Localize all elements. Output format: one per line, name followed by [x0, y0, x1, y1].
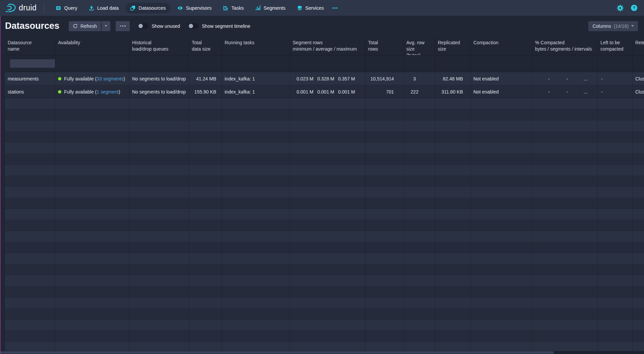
column-header-compaction[interactable]: Compaction	[471, 36, 532, 55]
empty-cell	[404, 142, 435, 154]
druid-logo[interactable]: druid	[5, 3, 37, 13]
empty-cell	[129, 331, 189, 342]
scrollbar-thumb[interactable]	[0, 351, 554, 354]
empty-cell	[55, 209, 129, 220]
empty-cell	[435, 131, 471, 142]
nav-item-segments[interactable]: Segments	[250, 3, 290, 13]
empty-cell	[471, 275, 532, 286]
empty-cell	[471, 187, 532, 198]
datasource-name-filter-input[interactable]	[10, 59, 55, 68]
segments-link[interactable]: 1 segment	[97, 89, 118, 95]
toggle-knob	[138, 24, 143, 28]
empty-row	[5, 176, 644, 187]
empty-cell	[404, 209, 435, 220]
empty-cell	[598, 253, 633, 264]
empty-cell	[471, 154, 532, 165]
show-unused-toggle[interactable]: Show unused	[138, 23, 180, 29]
gear-icon[interactable]	[617, 5, 624, 11]
help-icon[interactable]	[631, 5, 637, 11]
empty-cell	[5, 286, 55, 297]
segments-link[interactable]: 33 segments	[97, 76, 123, 81]
cell-name: measurements	[5, 72, 55, 85]
column-header-replicated_size[interactable]: Replicatedsize	[435, 36, 471, 55]
nav-item-load-data[interactable]: Load data	[84, 3, 124, 13]
table-row-measurements[interactable]: measurementsFully available (33 segments…	[5, 72, 644, 85]
empty-cell	[532, 120, 598, 131]
empty-cell	[55, 109, 129, 120]
empty-row	[5, 220, 644, 231]
empty-cell	[222, 331, 290, 342]
column-header-historical[interactable]: Historicalload/drop queues	[129, 36, 189, 55]
column-header-total_data_size[interactable]: Totaldata size	[189, 36, 222, 55]
empty-cell	[532, 209, 598, 220]
more-icon	[332, 5, 338, 11]
column-header-avg_row_size[interactable]: Avg. row size(bytes)	[404, 36, 435, 55]
column-header-name[interactable]: Datasourcename	[5, 36, 55, 55]
empty-cell	[633, 264, 644, 275]
empty-cell	[5, 187, 55, 198]
empty-cell	[598, 308, 633, 319]
empty-cell	[129, 264, 189, 275]
empty-cell	[633, 253, 644, 264]
empty-cell	[5, 319, 55, 331]
empty-cell	[5, 275, 55, 286]
table-row-stations[interactable]: stationsFully available (1 segment)No se…	[5, 85, 644, 98]
column-header-running_tasks[interactable]: Running tasks	[222, 36, 290, 55]
empty-cell	[404, 319, 435, 331]
empty-cell	[598, 319, 633, 331]
nav-more-button[interactable]	[329, 3, 341, 13]
column-header-left_to_be_compacted[interactable]: Left to becompacted	[598, 36, 633, 55]
empty-cell	[222, 253, 290, 264]
empty-cell	[222, 209, 290, 220]
empty-cell	[290, 109, 365, 120]
cell-replicated_size: 311.80 KB	[435, 85, 471, 98]
empty-cell	[633, 297, 644, 308]
column-header-total_rows[interactable]: Totalrows	[365, 36, 404, 55]
empty-cell	[222, 308, 290, 319]
empty-row	[5, 264, 644, 275]
empty-cell	[404, 154, 435, 165]
empty-cell	[365, 198, 404, 209]
nav-item-services[interactable]: Services	[292, 3, 329, 13]
empty-cell	[471, 120, 532, 131]
segments-icon	[255, 5, 260, 11]
empty-cell	[189, 331, 222, 342]
empty-row	[5, 120, 644, 131]
empty-cell	[129, 198, 189, 209]
column-header-availability[interactable]: Availability	[55, 36, 129, 55]
column-header-pct_compacted[interactable]: % Compactedbytes / segments / intervals	[532, 36, 598, 55]
show-segment-timeline-toggle[interactable]: Show segment timeline	[188, 23, 250, 29]
refresh-button[interactable]: Refresh	[69, 21, 101, 31]
column-header-segment_rows[interactable]: Segment rowsminimum / average / maximum	[290, 36, 365, 55]
filter-cell-replicated_size	[435, 55, 471, 72]
empty-cell	[532, 98, 598, 109]
empty-cell	[290, 275, 365, 286]
empty-cell	[598, 154, 633, 165]
empty-cell	[435, 297, 471, 308]
horizontal-scrollbar[interactable]	[0, 351, 644, 354]
empty-cell	[633, 154, 644, 165]
empty-cell	[290, 331, 365, 342]
nav-item-supervisors[interactable]: Supervisors	[173, 3, 217, 13]
nav-item-datasources[interactable]: Datasources	[125, 3, 170, 13]
more-actions-button[interactable]	[116, 21, 130, 31]
empty-cell	[365, 120, 404, 131]
columns-button[interactable]: Columns (14/16)	[588, 21, 638, 31]
nav-divider	[44, 4, 44, 12]
empty-cell	[222, 198, 290, 209]
column-header-retention[interactable]: Retention	[633, 36, 644, 55]
filter-cell-segment_rows	[290, 55, 365, 72]
empty-cell	[55, 220, 129, 231]
cell-compaction: Not enabled	[471, 72, 532, 85]
nav-item-tasks[interactable]: Tasks	[218, 3, 248, 13]
status-dot-icon	[58, 77, 61, 80]
empty-cell	[290, 98, 365, 109]
nav-item-query[interactable]: Query	[51, 3, 82, 13]
empty-cell	[404, 264, 435, 275]
cell-segment_rows: 0.023 M0.328 M0.357 M	[290, 72, 365, 85]
empty-cell	[598, 231, 633, 242]
refresh-interval-button[interactable]	[102, 21, 110, 31]
empty-cell	[5, 209, 55, 220]
refresh-icon	[73, 23, 78, 28]
empty-cell	[222, 242, 290, 253]
